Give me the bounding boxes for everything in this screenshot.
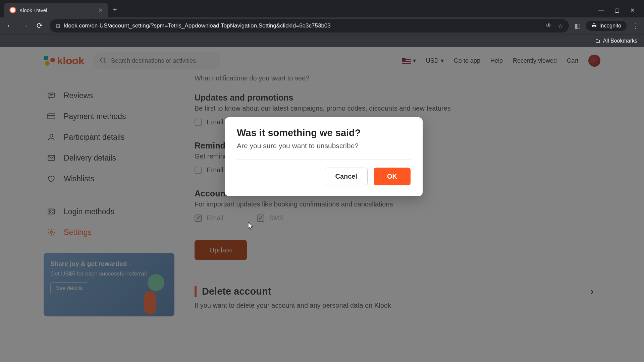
page-overlay (0, 47, 644, 362)
tab-close-icon[interactable]: ✕ (98, 7, 103, 13)
eye-off-icon[interactable]: 👁 (546, 22, 552, 29)
ok-button[interactable]: OK (374, 168, 411, 185)
modal-title: Was it something we said? (237, 127, 411, 138)
browser-menu-icon[interactable]: ⋮ (632, 22, 639, 30)
site-info-icon[interactable]: ⊟ (56, 23, 60, 29)
close-window-icon[interactable]: ✕ (630, 7, 635, 13)
window-controls: — ▢ ✕ (598, 7, 644, 17)
incognito-badge[interactable]: 🕶 Incognito (586, 21, 627, 31)
browser-titlebar: Klook Travel ✕ + — ▢ ✕ (0, 0, 644, 17)
folder-icon: 🗀 (595, 38, 600, 44)
new-tab-button[interactable]: + (113, 5, 117, 14)
url-text: klook.com/en-US/account_setting/?spm=Tet… (64, 22, 331, 29)
all-bookmarks-link[interactable]: All Bookmarks (603, 38, 637, 44)
minimize-icon[interactable]: — (598, 7, 604, 13)
side-panel-icon[interactable]: ◧ (574, 22, 581, 30)
back-button[interactable]: ← (5, 21, 15, 31)
favicon-icon (9, 7, 16, 13)
bookmarks-bar: 🗀 All Bookmarks (0, 34, 644, 47)
bookmark-star-icon[interactable]: ☆ (558, 22, 563, 29)
reload-button[interactable]: ⟳ (35, 21, 44, 31)
modal-body: Are you sure you want to unsubscribe? (237, 142, 411, 150)
browser-tab[interactable]: Klook Travel ✕ (4, 3, 108, 17)
address-bar[interactable]: ⊟ klook.com/en-US/account_setting/?spm=T… (50, 19, 569, 33)
maximize-icon[interactable]: ▢ (614, 7, 620, 13)
forward-button[interactable]: → (20, 21, 30, 31)
cancel-button[interactable]: Cancel (325, 168, 368, 185)
tab-title: Klook Travel (19, 7, 47, 13)
modal-backdrop[interactable] (0, 47, 644, 362)
unsubscribe-modal: Was it something we said? Are you sure y… (225, 117, 423, 196)
browser-toolbar: ← → ⟳ ⊟ klook.com/en-US/account_setting/… (0, 17, 644, 34)
incognito-icon: 🕶 (591, 23, 597, 29)
